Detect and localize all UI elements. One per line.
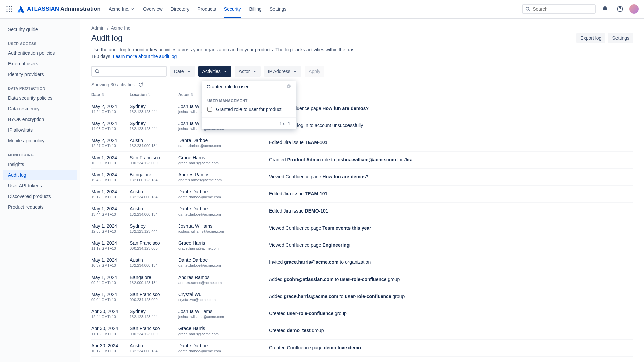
table-row[interactable]: Apr 30, 202412:44 GMT+10Sydney132.123.12… — [91, 305, 633, 322]
filter-actor-button[interactable]: Actor — [235, 66, 261, 77]
topnav-directory[interactable]: Directory — [171, 0, 190, 18]
table-row[interactable]: May 2, 202412:27 GMT+10Austin132.234.000… — [91, 134, 633, 152]
table-row[interactable]: May 1, 202413:44 GMT+10Austin132.234.000… — [91, 203, 633, 220]
cell-action: Created user-role-confluence group — [269, 309, 633, 316]
learn-more-link[interactable]: Learn more about the audit log — [113, 54, 177, 59]
sidebar-item-audit-log[interactable]: Audit log — [3, 170, 77, 180]
help-icon[interactable] — [614, 4, 625, 14]
cell-date: Apr 30, 202412:44 GMT+10 — [91, 309, 130, 319]
cell-date: May 1, 202415:12 GMT+10 — [91, 189, 130, 199]
app-switcher-icon[interactable] — [5, 5, 13, 13]
svg-point-2 — [11, 6, 12, 7]
cell-date: May 1, 202409:04 GMT+10 — [91, 292, 130, 302]
sidebar: Security guideUSER ACCESSAuthentication … — [0, 19, 80, 362]
topnav-security[interactable]: Security — [224, 0, 241, 18]
notifications-icon[interactable] — [600, 4, 610, 14]
table-row[interactable]: May 1, 202412:56 GMT+10Sydney132.123.123… — [91, 220, 633, 237]
table-header: Date⇅ Location⇅ Actor⇅ Action — [91, 89, 633, 100]
table-row[interactable]: May 2, 202414:24 GMT+10Sydney132.123.123… — [91, 100, 633, 117]
cell-date: May 1, 202416:50 GMT+10 — [91, 155, 130, 165]
table-row[interactable]: May 1, 202416:50 GMT+10San Francisco000.… — [91, 152, 633, 169]
cell-date: Apr 30, 202411:18 GMT+10 — [91, 326, 130, 336]
chevron-down-icon — [223, 69, 227, 73]
sidebar-section-header: MONITORING — [0, 146, 80, 159]
filter-search-box[interactable] — [91, 66, 167, 77]
table-row[interactable]: May 1, 202411:12 GMT+10San Francisco000.… — [91, 237, 633, 254]
cell-location: Sydney132.123.123.444 — [130, 223, 178, 233]
cell-location: San Francisco000.234.123.000 — [130, 326, 178, 336]
topnav-products[interactable]: Products — [198, 0, 216, 18]
cell-actor: Crystal Wucrystal.wu@acme.com — [178, 292, 269, 302]
topnav-overview[interactable]: Overview — [143, 0, 162, 18]
filter-date-button[interactable]: Date — [170, 66, 195, 77]
sidebar-item-byok-encryption[interactable]: BYOK encryption — [0, 114, 80, 125]
apply-button[interactable]: Apply — [305, 66, 324, 77]
sidebar-section-header: DATA PROTECTION — [0, 80, 80, 93]
cell-actor: Joshua Williamsjoshua.williams@acme.com — [178, 223, 269, 233]
breadcrumb-admin[interactable]: Admin — [91, 25, 105, 31]
cell-location: Austin132.234.000.134 — [130, 138, 178, 148]
breadcrumb-org[interactable]: Acme Inc. — [111, 25, 131, 31]
table-row[interactable]: Apr 30, 202410:17 GMT+10Austin132.234.00… — [91, 340, 633, 357]
sidebar-item-user-api-tokens[interactable]: User API tokens — [0, 180, 80, 191]
refresh-icon[interactable] — [138, 82, 143, 87]
cell-actor: Andres Ramosandres.ramos@acme.com — [178, 275, 269, 285]
cell-date: May 2, 202412:27 GMT+10 — [91, 138, 130, 148]
filter-ip-button[interactable]: IP Address — [264, 66, 301, 77]
table-row[interactable]: May 1, 202415:12 GMT+10Austin132.234.000… — [91, 186, 633, 203]
column-location[interactable]: Location⇅ — [130, 92, 178, 97]
org-switcher[interactable]: Acme Inc. — [109, 6, 135, 12]
global-search[interactable] — [522, 4, 596, 14]
dropdown-checkbox[interactable] — [207, 107, 212, 112]
sidebar-item-identity-providers[interactable]: Identity providers — [0, 69, 80, 80]
dropdown-search-input[interactable] — [207, 84, 286, 89]
cell-actor: Dante Darboedante.darboe@acme.com — [178, 257, 269, 267]
filter-search-input[interactable] — [101, 69, 163, 74]
main-content: Admin / Acme Inc. Audit log Export log S… — [80, 19, 644, 362]
cell-date: May 1, 202411:12 GMT+10 — [91, 240, 130, 250]
sidebar-item-insights[interactable]: Insights — [0, 159, 80, 170]
clear-icon[interactable] — [286, 84, 291, 90]
cell-date: May 1, 202409:24 GMT+10 — [91, 275, 130, 285]
sidebar-item-mobile-app-policy[interactable]: Mobile app policy — [0, 135, 80, 146]
brand-text: Administration — [60, 6, 101, 12]
cell-action: Created demo_test group — [269, 326, 633, 333]
column-date[interactable]: Date⇅ — [91, 92, 130, 97]
sidebar-item-data-residency[interactable]: Data residency — [0, 103, 80, 114]
cell-actor: Dante Darboedante.darboe@acme.com — [178, 206, 269, 216]
user-avatar[interactable] — [629, 4, 639, 14]
cell-location: Sydney132.123.123.444 — [130, 121, 178, 131]
cell-date: May 1, 202415:46 GMT+10 — [91, 172, 130, 182]
table-row[interactable]: May 1, 202415:46 GMT+10Bangalore132.000.… — [91, 169, 633, 186]
cell-location: San Francisco000.234.123.000 — [130, 155, 178, 165]
export-log-button[interactable]: Export log — [576, 33, 605, 43]
svg-point-4 — [9, 8, 10, 9]
sidebar-item-security-guide[interactable]: Security guide — [0, 24, 80, 35]
sidebar-item-product-requests[interactable]: Product requests — [0, 202, 80, 213]
svg-point-5 — [11, 8, 12, 9]
dropdown-option[interactable]: Granted role to user for product — [202, 104, 296, 115]
table-row[interactable]: May 1, 202409:24 GMT+10Bangalore132.000.… — [91, 271, 633, 288]
chevron-down-icon — [187, 69, 191, 73]
topnav-settings[interactable]: Settings — [270, 0, 287, 18]
svg-point-0 — [6, 6, 7, 7]
table-row[interactable]: May 2, 202414:05 GMT+10Sydney132.123.123… — [91, 117, 633, 134]
table-row[interactable]: May 1, 202410:37 GMT+10Austin132.234.000… — [91, 254, 633, 271]
cell-action: Invited grace.harris@acme.com to organiz… — [269, 257, 633, 265]
atlassian-logo[interactable]: ATLASSIAN Administration — [17, 5, 101, 13]
sidebar-item-external-users[interactable]: External users — [0, 58, 80, 69]
chevron-down-icon — [253, 69, 257, 73]
search-input[interactable] — [533, 6, 592, 12]
filter-activities-button[interactable]: Activities — [198, 66, 231, 77]
table-row[interactable]: May 1, 202409:04 GMT+10San Francisco000.… — [91, 288, 633, 305]
sidebar-item-ip-allowlists[interactable]: IP allowlists — [0, 125, 80, 135]
cell-action: Granted Product Admin role to joshua.wil… — [269, 155, 633, 162]
search-icon — [95, 69, 99, 74]
topnav-billing[interactable]: Billing — [249, 0, 261, 18]
sidebar-item-discovered-products[interactable]: Discovered products — [0, 191, 80, 202]
cell-location: Austin132.234.000.134 — [130, 189, 178, 199]
sidebar-item-authentication-policies[interactable]: Authentication policies — [0, 48, 80, 58]
table-row[interactable]: Apr 30, 202411:18 GMT+10San Francisco000… — [91, 322, 633, 340]
sidebar-item-data-security-policies[interactable]: Data security policies — [0, 93, 80, 103]
settings-button[interactable]: Settings — [608, 33, 633, 43]
